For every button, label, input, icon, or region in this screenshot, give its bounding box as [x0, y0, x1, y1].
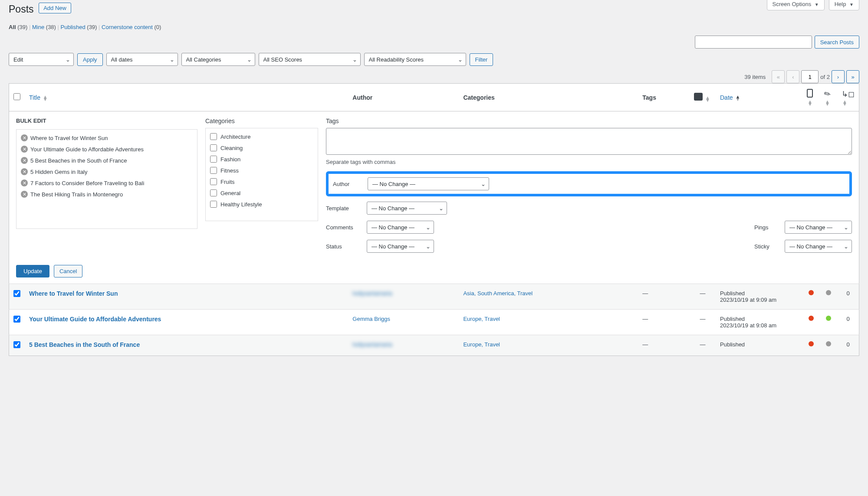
- select-all-checkbox[interactable]: [13, 93, 20, 100]
- update-button[interactable]: Update: [16, 265, 49, 277]
- bulk-post-item: ✕Your Ultimate Guide to Affordable Adven…: [19, 144, 194, 155]
- author-link[interactable]: hollysantamaria: [352, 290, 392, 297]
- sort-icon: ▲▼: [825, 100, 830, 105]
- author-label: Author: [333, 181, 368, 187]
- remove-icon[interactable]: ✕: [21, 157, 28, 164]
- readability-dot-icon: [826, 316, 831, 321]
- category-checkbox[interactable]: [210, 133, 217, 140]
- status-label: Status: [326, 243, 367, 250]
- category-label: Fashion: [220, 156, 240, 163]
- bulk-post-item: ✕5 Best Beaches in the South of France: [19, 155, 194, 166]
- comments-select[interactable]: — No Change —: [367, 221, 434, 234]
- pings-select[interactable]: — No Change —: [785, 221, 852, 234]
- item-count: 39 items: [744, 74, 766, 80]
- add-new-button[interactable]: Add New: [39, 3, 71, 13]
- current-page-input[interactable]: [801, 70, 819, 83]
- comment-icon: [694, 93, 703, 101]
- readability-dot-icon: [826, 341, 831, 346]
- date-filter-select[interactable]: All dates: [106, 53, 178, 66]
- seo-dot-icon: [809, 341, 814, 346]
- category-checkbox[interactable]: [210, 144, 217, 151]
- category-checkbox[interactable]: [210, 178, 217, 185]
- category-filter-select[interactable]: All Categories: [181, 53, 255, 66]
- seo-filter-select[interactable]: All SEO Scores: [259, 53, 361, 66]
- remove-icon[interactable]: ✕: [21, 179, 28, 186]
- col-readability[interactable]: ✎ ▲▼: [820, 84, 837, 111]
- template-select[interactable]: — No Change —: [367, 202, 447, 215]
- filter-all[interactable]: All (39): [9, 24, 27, 30]
- table-row: 5 Best Beaches in the South of Francehol…: [9, 335, 859, 356]
- bulk-post-item: ✕7 Factors to Consider Before Traveling …: [19, 177, 194, 189]
- category-checkbox[interactable]: [210, 167, 217, 174]
- category-label: General: [220, 190, 240, 196]
- post-title: 5 Best Beaches in the South of France: [30, 157, 127, 164]
- remove-icon[interactable]: ✕: [21, 168, 28, 175]
- category-checkbox[interactable]: [210, 189, 217, 196]
- author-link[interactable]: hollysantamaria: [352, 341, 392, 348]
- sticky-select[interactable]: — No Change —: [785, 240, 852, 253]
- sort-icon: ▲▼: [735, 95, 740, 101]
- bulk-posts-list: ✕Where to Travel for Winter Sun✕Your Ult…: [16, 129, 197, 229]
- filter-published[interactable]: Published (39): [61, 24, 97, 30]
- last-page-button[interactable]: »: [846, 70, 859, 83]
- author-link[interactable]: Gemma Briggs: [352, 316, 390, 322]
- status-select[interactable]: — No Change —: [367, 240, 434, 253]
- row-checkbox[interactable]: [13, 341, 20, 348]
- post-title-link[interactable]: 5 Best Beaches in the South of France: [29, 341, 140, 348]
- remove-icon[interactable]: ✕: [21, 146, 28, 153]
- first-page-button[interactable]: «: [772, 70, 785, 83]
- prev-page-button[interactable]: ‹: [786, 70, 799, 83]
- col-comments[interactable]: ▲▼: [690, 84, 716, 111]
- filter-cornerstone[interactable]: Cornerstone content (0): [102, 24, 161, 30]
- remove-icon[interactable]: ✕: [21, 191, 28, 198]
- categories-links[interactable]: Asia, South America, Travel: [463, 290, 533, 297]
- screen-options-button[interactable]: Screen Options ▼: [767, 0, 825, 10]
- readability-filter-select[interactable]: All Readability Scores: [364, 53, 466, 66]
- sticky-label: Sticky: [754, 243, 785, 250]
- remove-icon[interactable]: ✕: [21, 134, 28, 141]
- post-title-link[interactable]: Where to Travel for Winter Sun: [29, 290, 118, 297]
- tags-cell: —: [638, 284, 690, 310]
- row-checkbox[interactable]: [13, 316, 20, 323]
- row-checkbox[interactable]: [13, 290, 20, 297]
- tags-input[interactable]: [326, 128, 852, 155]
- category-checkbox[interactable]: [210, 201, 217, 208]
- date-cell: Published: [716, 335, 802, 356]
- next-page-button[interactable]: ›: [832, 70, 845, 83]
- table-row: Where to Travel for Winter Sunhollysanta…: [9, 284, 859, 310]
- category-checkbox[interactable]: [210, 156, 217, 163]
- date-cell: Published2023/10/19 at 9:08 am: [716, 310, 802, 335]
- pings-label: Pings: [754, 224, 785, 231]
- bulk-edit-panel: BULK EDIT ✕Where to Travel for Winter Su…: [9, 111, 859, 284]
- category-item: Architecture: [208, 131, 315, 142]
- page-title: Posts: [9, 3, 34, 15]
- category-item: Fitness: [208, 165, 315, 176]
- col-links[interactable]: ↳◻ ▲▼: [837, 84, 859, 111]
- filter-button[interactable]: Filter: [470, 53, 493, 66]
- category-label: Cleaning: [220, 145, 243, 151]
- post-title: Where to Travel for Winter Sun: [30, 135, 108, 141]
- seo-score-icon: [807, 89, 813, 98]
- outgoing-links-icon: ↳◻: [842, 89, 855, 99]
- filter-mine[interactable]: Mine (38): [32, 24, 56, 30]
- bulk-action-select[interactable]: Edit: [9, 53, 74, 66]
- comments-cell: —: [690, 335, 716, 356]
- col-title[interactable]: Title ▲▼: [25, 84, 348, 111]
- search-input[interactable]: [695, 36, 812, 49]
- caret-down-icon: ▼: [815, 2, 819, 7]
- tags-cell: —: [638, 335, 690, 356]
- categories-links[interactable]: Europe, Travel: [463, 341, 500, 348]
- col-date[interactable]: Date ▲▼: [716, 84, 802, 111]
- categories-links[interactable]: Europe, Travel: [463, 316, 500, 322]
- col-seo[interactable]: ▲▼: [802, 84, 820, 111]
- cancel-button[interactable]: Cancel: [54, 265, 82, 277]
- date-cell: Published2023/10/19 at 9:09 am: [716, 284, 802, 310]
- comments-cell: —: [690, 310, 716, 335]
- category-label: Fitness: [220, 167, 239, 174]
- apply-button[interactable]: Apply: [77, 53, 103, 66]
- post-title-link[interactable]: Your Ultimate Guide to Affordable Advent…: [29, 316, 161, 323]
- search-posts-button[interactable]: Search Posts: [815, 36, 859, 49]
- author-select[interactable]: — No Change —: [368, 177, 489, 190]
- help-button[interactable]: Help ▼: [829, 0, 859, 10]
- bulk-edit-heading: BULK EDIT: [16, 117, 197, 124]
